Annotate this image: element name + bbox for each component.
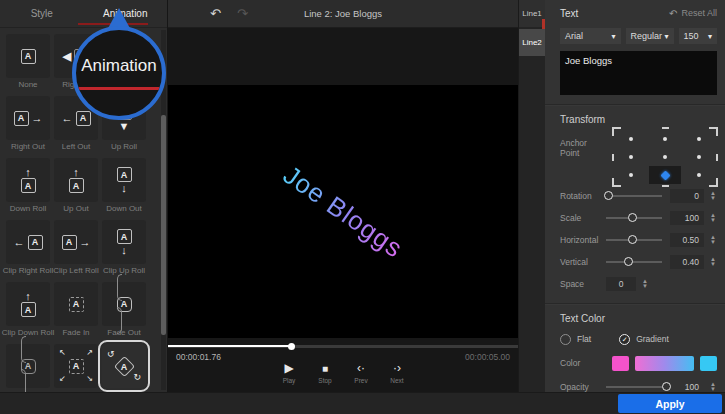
- expand-arrow-glyph: ↘: [86, 375, 93, 383]
- opacity-stepper[interactable]: ▲▼: [709, 382, 717, 392]
- canvas-text-object[interactable]: Joe Bloggs: [277, 159, 408, 264]
- a-glyph: A: [28, 235, 43, 250]
- vertical-stepper[interactable]: ▲▼: [709, 257, 717, 267]
- scale-stepper[interactable]: ▲▼: [709, 213, 717, 223]
- playhead[interactable]: [288, 343, 295, 350]
- rotate-ccw-glyph: ↺: [107, 350, 115, 359]
- arrow-glyph: ↑: [73, 167, 79, 177]
- arrow-glyph: ←: [62, 113, 73, 123]
- reset-all-button[interactable]: ↶ Reset All: [669, 8, 717, 19]
- a-glyph: A: [21, 302, 36, 317]
- font-style-select[interactable]: Regular ▾: [626, 28, 674, 44]
- vertical-slider[interactable]: [606, 261, 662, 263]
- arrow-glyph: ↑: [25, 291, 31, 301]
- timeline-progress[interactable]: [168, 345, 518, 348]
- gradient-end-swatch[interactable]: [700, 356, 717, 371]
- prev-button[interactable]: ‹·Prev: [350, 362, 372, 384]
- animation-tile-right-out[interactable]: A→: [6, 96, 50, 140]
- rotation-slider[interactable]: [606, 195, 662, 197]
- a-glyph: A: [117, 297, 132, 312]
- prev-icon: ‹·: [357, 362, 365, 375]
- animation-tile-tile-17[interactable]: A↖↗↙↘: [54, 344, 98, 388]
- horizontal-slider[interactable]: [606, 239, 662, 241]
- slider-row-horizontal: Horizontal0.50▲▼: [560, 229, 717, 250]
- app-root: Style Animation ANone◀ARight InA→Right O…: [0, 0, 725, 414]
- anchor-middle-left[interactable]: [615, 148, 647, 166]
- text-input[interactable]: Joe Bloggs: [560, 51, 717, 95]
- animation-tile-clip-left-roll[interactable]: A→: [54, 220, 98, 264]
- a-glyph: A: [117, 167, 132, 182]
- transport-label: Next: [390, 377, 403, 384]
- animation-tile-none[interactable]: A: [6, 34, 50, 78]
- tab-style[interactable]: Style: [0, 0, 84, 27]
- vertical-thumb[interactable]: [624, 257, 633, 266]
- opacity-label: Opacity: [560, 382, 606, 392]
- anchor-bottom-center[interactable]: [649, 166, 681, 184]
- arrow-glyph: ←: [14, 237, 25, 247]
- anchor-dot: [697, 155, 701, 159]
- animation-cell: ↑AClip Down Roll: [6, 282, 50, 344]
- animation-tile-down-roll[interactable]: ↑A: [6, 158, 50, 202]
- a-glyph: A: [76, 111, 91, 126]
- undo-icon[interactable]: ↶: [210, 6, 221, 21]
- scale-slider[interactable]: [606, 217, 662, 219]
- animation-tile-up-out[interactable]: ↑A: [54, 158, 98, 202]
- horizontal-stepper[interactable]: ▲▼: [709, 235, 717, 245]
- animation-tile-down-out[interactable]: A↓: [102, 158, 146, 202]
- gradient-start-swatch[interactable]: [612, 356, 629, 371]
- animation-tile-label: Down Out: [96, 204, 152, 213]
- animation-tile-fade-in[interactable]: A: [54, 282, 98, 326]
- animation-tile-clip-up-roll[interactable]: A↓: [102, 220, 146, 264]
- animation-tile-label: Up Roll: [96, 142, 152, 151]
- rotation-value[interactable]: 0: [670, 189, 704, 203]
- stop-button[interactable]: ■Stop: [314, 362, 336, 384]
- a-arrow-right-icon: A→: [62, 235, 91, 250]
- opacity-slider[interactable]: [606, 386, 670, 388]
- font-size-select[interactable]: 150 ▾: [679, 28, 717, 44]
- animation-cell: A↓Down Out: [102, 158, 146, 220]
- animation-tile-clip-down-roll[interactable]: ↑A: [6, 282, 50, 326]
- rotation-thumb[interactable]: [604, 191, 613, 200]
- gradient-radio[interactable]: ✓ Gradient: [619, 334, 669, 345]
- transport-label: Prev: [354, 377, 367, 384]
- space-stepper[interactable]: ▲▼: [641, 279, 649, 289]
- scale-value[interactable]: 100: [670, 211, 704, 225]
- animation-cell: ↑AUp Out: [54, 158, 98, 220]
- redo-icon[interactable]: ↷: [237, 6, 248, 21]
- anchor-middle-center[interactable]: [649, 148, 681, 166]
- transform-header: Transform: [560, 113, 717, 126]
- play-button[interactable]: ▶Play: [278, 362, 300, 384]
- anchor-point-grid: [615, 130, 715, 184]
- stop-icon: ■: [322, 362, 328, 375]
- apply-button[interactable]: Apply: [618, 394, 722, 413]
- arrow-up-a-icon: ↑A: [21, 167, 36, 193]
- vertical-value[interactable]: 0.40: [670, 255, 704, 269]
- font-family-select[interactable]: Arial ▾: [560, 28, 621, 44]
- gradient-bar[interactable]: [635, 356, 694, 371]
- animation-tile-tile-16[interactable]: A: [6, 344, 50, 388]
- chevron-down-icon: ▾: [612, 32, 616, 41]
- opacity-thumb[interactable]: [662, 382, 671, 391]
- horizontal-thumb[interactable]: [628, 235, 637, 244]
- flat-radio[interactable]: Flat: [560, 334, 591, 345]
- horizontal-value[interactable]: 0.50: [670, 233, 704, 247]
- a-glyph: A: [21, 49, 36, 64]
- next-button[interactable]: ·›Next: [386, 362, 408, 384]
- preview-stage: Joe Bloggs 00:00:01.76 00:00:05.00 ▶Play…: [168, 28, 518, 392]
- anchor-top-center[interactable]: [649, 130, 681, 148]
- tab-line2[interactable]: Line2: [519, 29, 545, 56]
- slider-row-vertical: Vertical0.40▲▼: [560, 251, 717, 272]
- color-label: Color: [560, 358, 606, 368]
- scrollbar-thumb[interactable]: [161, 115, 166, 335]
- scale-thumb[interactable]: [628, 213, 637, 222]
- animation-tile-label: Clip Up Roll: [96, 266, 152, 275]
- animation-tile-clip-right-roll[interactable]: ←A: [6, 220, 50, 264]
- space-value[interactable]: 0: [606, 277, 636, 291]
- anchor-dot: [660, 170, 670, 180]
- anchor-tick: [662, 127, 669, 129]
- animation-tile-fade-out[interactable]: A: [102, 282, 146, 326]
- animation-tile-tile-18[interactable]: A↺↻: [102, 344, 146, 388]
- rotation-stepper[interactable]: ▲▼: [709, 191, 717, 201]
- anchor-dot: [663, 137, 667, 141]
- anchor-middle-right[interactable]: [683, 148, 715, 166]
